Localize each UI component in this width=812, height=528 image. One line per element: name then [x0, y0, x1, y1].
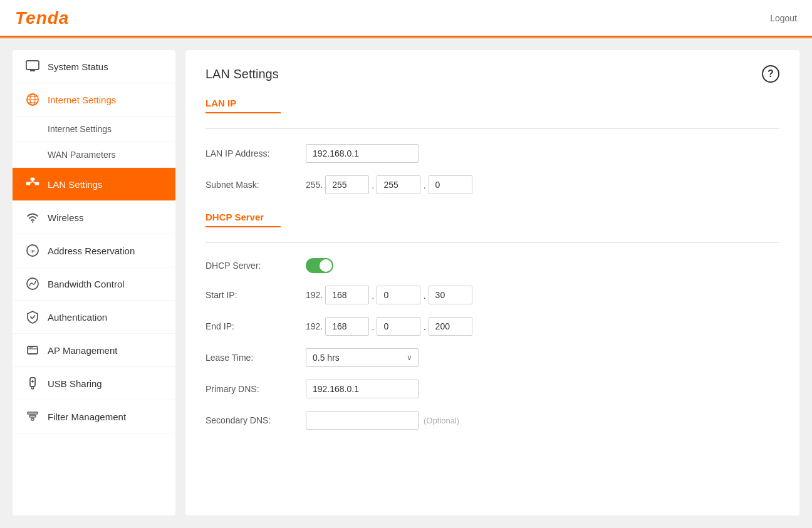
primary-dns-control [306, 380, 419, 398]
svg-rect-18 [28, 346, 38, 354]
sidebar-item-bandwidth-control[interactable]: Bandwidth Control [13, 267, 175, 301]
dhcp-server-control [306, 258, 333, 273]
sidebar-item-usb-sharing-label: USB Sharing [48, 378, 102, 389]
secondary-dns-input[interactable] [306, 411, 419, 430]
subnet-static: 255. [306, 180, 323, 190]
svg-rect-27 [29, 415, 36, 417]
sidebar-item-authentication[interactable]: Authentication [13, 301, 175, 334]
lan-ip-address-control [306, 144, 419, 163]
auth-icon [25, 309, 40, 324]
end-ip-sep1: . [369, 321, 377, 332]
usb-icon [25, 376, 40, 391]
primary-dns-row: Primary DNS: [206, 380, 779, 398]
dhcp-toggle[interactable] [306, 258, 333, 273]
subnet-seg1-input[interactable] [325, 175, 369, 194]
dhcp-server-row: DHCP Server: [206, 258, 779, 273]
sidebar-item-usb-sharing[interactable]: USB Sharing [13, 367, 175, 400]
svg-rect-8 [31, 178, 34, 180]
sidebar-item-ap-management-label: AP Management [48, 345, 117, 356]
end-ip-row: End IP: 192. . . [206, 317, 779, 336]
lease-time-row: Lease Time: 0.5 hrs1 hrs2 hrs4 hrs8 hrs2… [206, 348, 779, 367]
page-title: LAN Settings [206, 67, 279, 81]
ap-icon [25, 343, 40, 358]
svg-point-14 [32, 221, 33, 222]
secondary-dns-label: Secondary DNS: [206, 415, 306, 425]
sidebar-item-filter-management[interactable]: Filter Management [13, 400, 175, 433]
subnet-mask-control: 255. . . [306, 175, 472, 194]
start-ip-sep2: . [420, 290, 428, 301]
svg-rect-23 [32, 386, 34, 389]
subnet-sep1: . [369, 180, 377, 190]
sidebar-item-system-status[interactable]: System Status [13, 50, 175, 83]
sidebar-sub-item-wan-parameters[interactable]: WAN Parameters [13, 142, 175, 168]
lan-ip-section-header: LAN IP [206, 98, 281, 113]
sidebar-item-filter-management-label: Filter Management [48, 412, 126, 422]
lan-ip-section: LAN IP LAN IP Address: Subnet Mask: 255.… [206, 98, 779, 194]
sidebar: System Status Internet Settings Internet… [13, 50, 175, 515]
end-ip-static: 192. [306, 321, 323, 331]
sidebar-sub-item-internet-settings[interactable]: Internet Settings [13, 116, 175, 142]
svg-rect-26 [28, 412, 38, 414]
svg-rect-0 [26, 61, 39, 70]
sidebar-item-address-reservation[interactable]: IP Address Reservation [13, 234, 175, 267]
primary-dns-input[interactable] [306, 380, 419, 398]
start-ip-seg1-input[interactable] [325, 286, 369, 304]
end-ip-sep2: . [420, 321, 428, 332]
logo: Tenda [15, 8, 69, 28]
sidebar-item-internet-settings-label: Internet Settings [48, 95, 116, 105]
svg-point-21 [31, 347, 33, 348]
dhcp-server-label: DHCP Server: [206, 261, 306, 271]
logout-button[interactable]: Logout [770, 13, 797, 23]
sidebar-item-ap-management[interactable]: AP Management [13, 334, 175, 367]
end-ip-seg2-input[interactable] [377, 317, 420, 336]
end-ip-seg3-input[interactable] [429, 317, 472, 336]
lan-ip-address-input[interactable] [306, 144, 419, 163]
start-ip-seg3-input[interactable] [429, 286, 472, 304]
start-ip-label: Start IP: [206, 290, 306, 300]
subnet-seg2-input[interactable] [377, 175, 420, 194]
secondary-dns-row: Secondary DNS: (Optional) [206, 411, 779, 430]
monitor-icon [25, 59, 40, 74]
help-icon[interactable]: ? [762, 65, 779, 83]
main-content: LAN Settings ? LAN IP LAN IP Address: Su… [185, 50, 799, 515]
sidebar-item-lan-settings[interactable]: LAN Settings [13, 168, 175, 201]
lease-time-select-wrap: 0.5 hrs1 hrs2 hrs4 hrs8 hrs24 hrs [306, 348, 419, 367]
subnet-sep2: . [420, 180, 428, 190]
sidebar-item-bandwidth-control-label: Bandwidth Control [48, 279, 125, 289]
svg-point-20 [29, 347, 31, 348]
sidebar-item-lan-settings-label: LAN Settings [48, 179, 103, 190]
end-ip-control: 192. . . [306, 317, 472, 336]
page-title-row: LAN Settings ? [206, 65, 779, 83]
start-ip-sep1: . [369, 290, 377, 301]
sidebar-item-wireless[interactable]: Wireless [13, 201, 175, 234]
start-ip-seg2-input[interactable] [377, 286, 420, 304]
optional-hint: (Optional) [424, 416, 459, 425]
sidebar-item-wireless-label: Wireless [48, 212, 84, 223]
lease-time-control: 0.5 hrs1 hrs2 hrs4 hrs8 hrs24 hrs [306, 348, 419, 367]
lease-time-select[interactable]: 0.5 hrs1 hrs2 hrs4 hrs8 hrs24 hrs [306, 348, 419, 367]
lease-time-label: Lease Time: [206, 353, 306, 363]
bandwidth-icon [25, 276, 40, 291]
end-ip-seg1-input[interactable] [325, 317, 369, 336]
subnet-mask-label: Subnet Mask: [206, 180, 306, 190]
toggle-slider [306, 258, 333, 273]
svg-rect-28 [31, 418, 34, 420]
sidebar-item-address-reservation-label: Address Reservation [48, 246, 135, 256]
subnet-mask-row: Subnet Mask: 255. . . [206, 175, 779, 194]
sidebar-item-internet-settings[interactable]: Internet Settings [13, 83, 175, 116]
secondary-dns-control: (Optional) [306, 411, 459, 430]
dhcp-section-header: DHCP Server [206, 212, 281, 227]
svg-text:IP: IP [30, 249, 35, 254]
lan-ip-address-label: LAN IP Address: [206, 148, 306, 158]
lan-ip-address-row: LAN IP Address: [206, 144, 779, 163]
end-ip-label: End IP: [206, 321, 306, 331]
header: Tenda Logout [0, 0, 812, 38]
primary-dns-label: Primary DNS: [206, 384, 306, 394]
subnet-seg3-input[interactable] [429, 175, 472, 194]
start-ip-static: 192. [306, 290, 323, 300]
app-layout: System Status Internet Settings Internet… [0, 38, 812, 528]
globe-icon [25, 92, 40, 107]
sidebar-item-authentication-label: Authentication [48, 312, 107, 323]
filter-icon [25, 409, 40, 424]
start-ip-control: 192. . . [306, 286, 472, 304]
